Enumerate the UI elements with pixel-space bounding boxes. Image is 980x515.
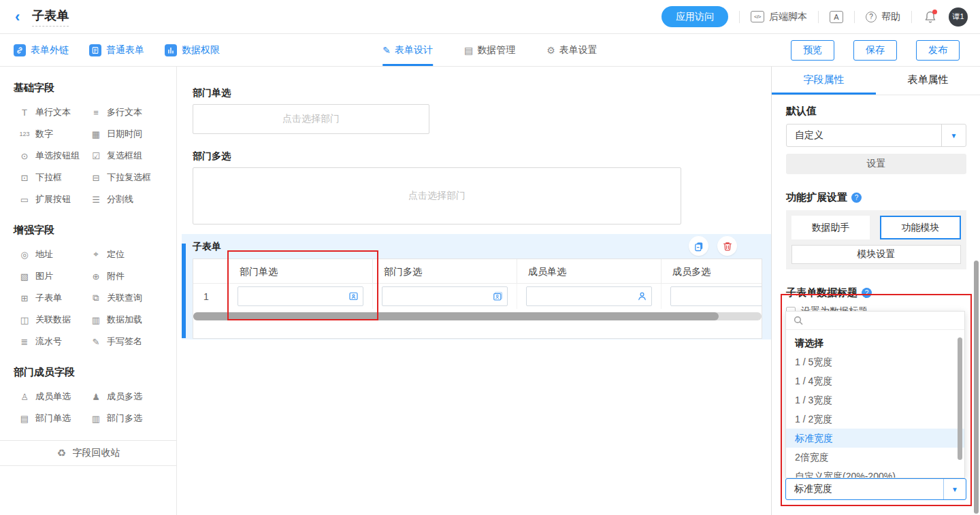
palette-item-attachment[interactable]: ⊕附件 [91, 265, 176, 287]
subform-hscrollbar-track[interactable] [193, 312, 762, 320]
default-value-select[interactable]: 自定义 ▼ [786, 124, 966, 147]
option-1-4-width[interactable]: 1 / 4宽度 [786, 371, 964, 391]
palette-item-linked-data[interactable]: ◫关联数据 [19, 309, 91, 331]
help-icon[interactable]: ? [862, 288, 872, 298]
column-header-dept-single[interactable]: 部门单选 [229, 259, 373, 284]
dropdown-scrollbar-thumb[interactable] [958, 337, 962, 460]
palette-item-number[interactable]: 123数字 [19, 123, 91, 145]
tab-data-manage[interactable]: ▤ 数据管理 [464, 34, 515, 66]
divider [818, 11, 819, 23]
palette-item-divider-line[interactable]: ☰分割线 [91, 188, 176, 210]
upload-icon: ⊕ [91, 271, 101, 282]
column-header-member-single[interactable]: 成员单选 [517, 259, 662, 284]
palette-item-address[interactable]: ◎地址 [19, 244, 91, 265]
option-1-5-width[interactable]: 1 / 5宽度 [786, 352, 964, 371]
palette-item-dept-single[interactable]: ▤部门单选 [19, 408, 91, 429]
delete-button[interactable] [717, 236, 737, 256]
field-recycle-bin[interactable]: ♻ 字段回收站 [0, 440, 176, 466]
palette-item-datetime[interactable]: ▦日期时间 [91, 123, 176, 145]
cell-member-single-input[interactable] [526, 286, 652, 306]
palette-item-serial-number[interactable]: ≣流水号 [19, 331, 91, 352]
palette-item-member-multi[interactable]: ♟成员多选 [91, 386, 176, 408]
option-standard-width[interactable]: 标准宽度 [786, 429, 964, 448]
column-header-dept-multi[interactable]: 部门多选 [373, 259, 517, 284]
copy-button[interactable] [689, 236, 708, 256]
palette-item-signature[interactable]: ✎手写签名 [91, 331, 176, 352]
data-assistant-button[interactable]: 数据助手 [791, 216, 870, 239]
palette-item-subform[interactable]: ⊞子表单 [19, 287, 91, 309]
data-permission-button[interactable]: 数据权限 [165, 44, 220, 56]
publish-button[interactable]: 发布 [916, 40, 960, 61]
width-options-dropdown: 请选择 1 / 5宽度 1 / 4宽度 1 / 3宽度 1 / 2宽度 标准宽度… [785, 311, 965, 478]
extension-settings-group: 数据助手 功能模块 模块设置 [786, 210, 966, 269]
dept-single-picker[interactable]: 点击选择部门 [193, 104, 429, 134]
palette-item-dept-multi[interactable]: ▥部门多选 [91, 408, 176, 429]
cell-dept-multi-input[interactable] [382, 286, 508, 306]
module-settings-button[interactable]: 模块设置 [791, 245, 961, 264]
locate-icon: ⌖ [91, 249, 101, 260]
cell-member-multi-input[interactable] [670, 286, 762, 306]
image-icon: ▧ [19, 271, 30, 282]
translate-icon[interactable]: A [830, 11, 843, 23]
tab-form-design[interactable]: ✎ 表单设计 [382, 34, 433, 66]
option-please-select[interactable]: 请选择 [786, 333, 964, 352]
palette-item-multi-dropdown[interactable]: ⊟下拉复选框 [91, 167, 176, 188]
help-icon[interactable]: ? [851, 193, 862, 203]
panel-scrollbar-thumb[interactable] [974, 261, 979, 514]
backend-script-button[interactable]: </> 后端脚本 [751, 11, 807, 23]
dept-multi-picker[interactable]: 点击选择部门 [193, 167, 681, 225]
multi-dropdown-icon: ⊟ [91, 173, 101, 183]
section-title-basic-fields: 基础字段 [0, 67, 176, 101]
width-select[interactable]: 标准宽度 ▼ [785, 478, 966, 500]
link-icon [14, 44, 26, 56]
tab-form-settings[interactable]: ⚙ 表单设置 [546, 34, 598, 66]
form-external-link-button[interactable]: 表单外链 [14, 44, 69, 56]
option-custom-width[interactable]: 自定义宽度(20%-200%) [786, 467, 964, 478]
dept-icon [348, 291, 359, 301]
palette-item-extend-button[interactable]: ▭扩展按钮 [19, 188, 91, 210]
subform-data-title-label: 子表单数据标题 ? [786, 286, 966, 299]
option-2x-width[interactable]: 2倍宽度 [786, 448, 964, 467]
tab-field-properties[interactable]: 字段属性 [772, 67, 876, 95]
palette-item-member-single[interactable]: ♙成员单选 [19, 386, 91, 408]
subform-selected-bar [182, 244, 186, 338]
palette-item-radio-group[interactable]: ⊙单选按钮组 [19, 145, 91, 167]
section-title-enhanced-fields: 增强字段 [0, 210, 176, 244]
avatar[interactable]: 谭1 [949, 7, 968, 27]
function-module-button[interactable]: 功能模块 [880, 216, 961, 239]
dept-multi-icon [493, 291, 503, 301]
question-icon: ? [866, 12, 877, 22]
chevron-down-icon: ▼ [943, 479, 966, 499]
single-line-text-icon: T [19, 107, 30, 118]
save-button[interactable]: 保存 [853, 40, 897, 61]
back-icon[interactable]: ‹ [15, 10, 20, 24]
palette-item-single-line-text[interactable]: T单行文本 [19, 101, 91, 123]
app-access-button[interactable]: 应用访问 [662, 6, 728, 27]
palette-item-image[interactable]: ▧图片 [19, 265, 91, 287]
palette-item-multi-line-text[interactable]: ≡多行文本 [91, 101, 176, 123]
multi-line-text-icon: ≡ [91, 107, 101, 118]
cell-dept-single-input[interactable] [238, 286, 363, 306]
subform-widget[interactable]: 子表单 部门单选 部门多选 成员单选 成员多选 1 [182, 234, 771, 339]
palette-item-dropdown[interactable]: ⊡下拉框 [19, 167, 91, 188]
subform-footer-space [193, 320, 762, 338]
page-title[interactable]: 子表单 [32, 7, 69, 27]
normal-form-button[interactable]: 普通表单 [89, 44, 144, 56]
column-header-member-multi[interactable]: 成员多选 [662, 259, 762, 284]
dropdown-search-input[interactable] [786, 312, 964, 330]
subform-hscrollbar-thumb[interactable] [193, 312, 719, 320]
form-settings-icon: ⚙ [546, 45, 555, 56]
help-button[interactable]: ? 帮助 [866, 11, 900, 23]
palette-item-location[interactable]: ⌖定位 [91, 244, 176, 265]
palette-item-checkbox-group[interactable]: ☑复选框组 [91, 145, 176, 167]
preview-button[interactable]: 预览 [791, 40, 834, 61]
palette-item-linked-query[interactable]: ⧉关联查询 [91, 287, 176, 309]
option-1-3-width[interactable]: 1 / 3宽度 [786, 391, 964, 410]
code-icon: </> [751, 11, 764, 22]
tab-form-properties[interactable]: 表单属性 [876, 67, 980, 95]
notification-bell-icon[interactable] [923, 10, 938, 24]
palette-item-data-load[interactable]: ▥数据加载 [91, 309, 176, 331]
default-value-set-button[interactable]: 设置 [786, 154, 966, 174]
option-1-2-width[interactable]: 1 / 2宽度 [786, 410, 964, 429]
form-toolbar: 表单外链 普通表单 数据权限 ✎ 表单设计 ▤ 数据管理 ⚙ 表单设置 [0, 34, 980, 67]
